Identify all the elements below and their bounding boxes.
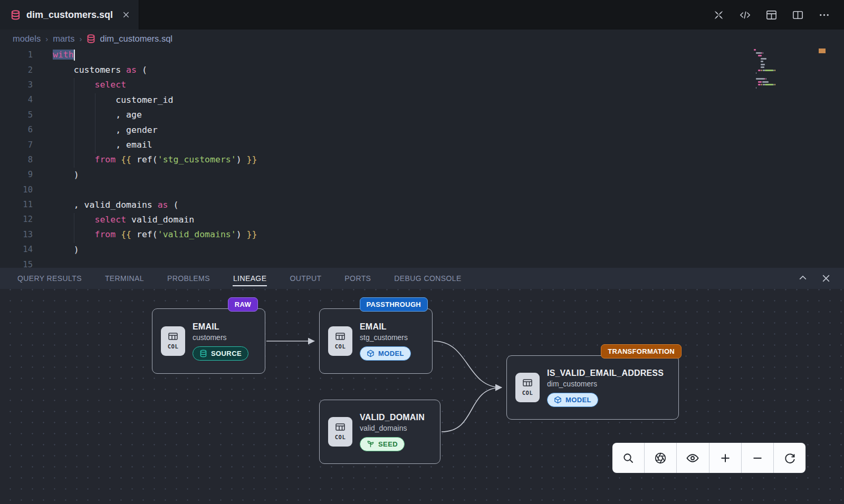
code-line[interactable]: with: [53, 50, 75, 61]
breadcrumb: models›marts›dim_customers.sql: [0, 30, 844, 47]
text-cursor: [74, 50, 75, 61]
line-number: 2: [0, 65, 33, 75]
editor-line[interactable]: 8 from {{ ref('stg_customers') }}: [0, 152, 844, 167]
line-number: 13: [0, 230, 33, 239]
shutter-icon[interactable]: [645, 443, 677, 473]
column-chip-label: COL: [168, 343, 178, 350]
editor-line[interactable]: 14 ): [0, 242, 844, 257]
panel-tab-output[interactable]: OUTPUT: [290, 274, 321, 283]
panel-tab-query-results[interactable]: QUERY RESULTS: [17, 274, 82, 283]
line-number: 15: [0, 260, 33, 268]
node-type-badge-seed: SEED: [360, 437, 405, 451]
lineage-node-valid_domains[interactable]: COLVALID_DOMAINvalid_domainsSEED: [319, 400, 440, 464]
node-type-badge-model: MODEL: [360, 346, 411, 361]
lineage-node-dim_customers[interactable]: COLIS_VALID_EMAIL_ADDRESSdim_customersMO…: [506, 355, 679, 420]
editor-line[interactable]: 15: [0, 257, 844, 268]
zoom-in-icon[interactable]: [709, 443, 742, 473]
badge-label: MODEL: [565, 396, 591, 404]
overview-ruler-marker: [819, 49, 826, 53]
editor-line[interactable]: 12 select valid_domain: [0, 212, 844, 227]
breadcrumb-item-marts[interactable]: marts: [53, 34, 74, 44]
editor-line[interactable]: 2 customers as (: [0, 62, 844, 77]
code-line[interactable]: from {{ ref('valid_domains') }}: [53, 229, 257, 239]
editor-line[interactable]: 4 customer_id: [0, 92, 844, 107]
tabbar-actions: [713, 0, 844, 30]
breadcrumb-label: dim_customers.sql: [100, 34, 172, 44]
node-type-badge-source: SOURCE: [193, 346, 248, 361]
code-line[interactable]: customer_id: [53, 95, 173, 105]
zoom-out-icon[interactable]: [742, 443, 774, 473]
column-chip: COL: [328, 417, 352, 447]
panel-tab-debug-console[interactable]: DEBUG CONSOLE: [394, 274, 461, 283]
editor-line[interactable]: 3 select: [0, 77, 844, 92]
minimap[interactable]: [754, 49, 811, 93]
editor-line[interactable]: 5 , age: [0, 108, 844, 122]
editor-line[interactable]: 6 , gender: [0, 122, 844, 137]
node-column-name: EMAIL: [193, 322, 219, 332]
lineage-canvas[interactable]: COLEMAILcustomersSOURCERAWCOLEMAILstg_cu…: [0, 289, 844, 504]
editor-line[interactable]: 10: [0, 182, 844, 197]
breadcrumb-item-models[interactable]: models: [13, 34, 41, 44]
code-icon[interactable]: [739, 9, 751, 21]
collapse-panel-icon[interactable]: [798, 273, 808, 284]
line-number: 6: [0, 125, 33, 134]
search-icon[interactable]: [612, 443, 645, 473]
code-editor[interactable]: 1with2 customers as (3 select4 customer_…: [0, 47, 844, 268]
code-line[interactable]: , age: [53, 110, 142, 120]
tab-title: dim_customers.sql: [26, 9, 113, 21]
editor-line[interactable]: 7 , email: [0, 137, 844, 152]
breadcrumb-item-dim_customers-sql[interactable]: dim_customers.sql: [87, 34, 172, 44]
editor-line[interactable]: 9 ): [0, 167, 844, 182]
code-line[interactable]: from {{ ref('stg_customers') }}: [53, 154, 257, 164]
line-number: 9: [0, 170, 33, 179]
lineage-node-stg_customers[interactable]: COLEMAILstg_customersMODELPASSTHROUGH: [319, 308, 433, 374]
badge-label: SEED: [378, 440, 398, 448]
more-actions-icon[interactable]: [818, 9, 830, 21]
model-icon: [367, 350, 375, 357]
query-results-icon[interactable]: [765, 9, 778, 21]
close-panel-icon[interactable]: [821, 273, 831, 284]
code-line[interactable]: ): [53, 245, 79, 255]
editor-line[interactable]: 13 from {{ ref('valid_domains') }}: [0, 227, 844, 242]
panel-tab-lineage[interactable]: LINEAGE: [233, 274, 267, 283]
line-number: 10: [0, 185, 33, 195]
split-editor-icon[interactable]: [792, 9, 804, 21]
eye-icon[interactable]: [677, 443, 709, 473]
lineage-tag-transformation: TRANSFORMATION: [601, 344, 682, 358]
node-model-name: dim_customers: [547, 380, 597, 388]
code-line[interactable]: , email: [53, 140, 152, 150]
refresh-icon[interactable]: [774, 443, 805, 473]
code-line[interactable]: , gender: [53, 125, 158, 135]
line-number: 12: [0, 215, 33, 224]
editor-lines: 1with2 customers as (3 select4 customer_…: [0, 47, 844, 268]
panel-tab-problems[interactable]: PROBLEMS: [167, 274, 210, 283]
lineage-tag-passthrough: PASSTHROUGH: [360, 297, 428, 312]
editor-tab-bar: dim_customers.sql: [0, 0, 844, 30]
source-icon: [199, 350, 207, 357]
code-line[interactable]: customers as (: [53, 65, 147, 75]
node-column-name: VALID_DOMAIN: [360, 413, 425, 422]
node-model-name: valid_domains: [360, 424, 407, 432]
breadcrumb-separator: ›: [79, 34, 82, 43]
dbt-logo-icon[interactable]: [713, 9, 725, 21]
panel-tab-bar: QUERY RESULTSTERMINALPROBLEMSLINEAGEOUTP…: [0, 268, 844, 289]
editor-line[interactable]: 11 , valid_domains as (: [0, 197, 844, 212]
lineage-zoom-toolbar: [612, 443, 805, 473]
tab-close-icon[interactable]: [122, 11, 130, 19]
seed-icon: [367, 440, 375, 448]
panel-tab-terminal[interactable]: TERMINAL: [105, 274, 144, 283]
badge-label: MODEL: [378, 350, 404, 357]
code-line[interactable]: ): [53, 170, 79, 180]
lineage-node-customers[interactable]: COLEMAILcustomersSOURCERAW: [152, 308, 265, 374]
editor-line[interactable]: 1with: [0, 47, 844, 62]
tab-dim-customers[interactable]: dim_customers.sql: [0, 0, 139, 30]
code-line[interactable]: , valid_domains as (: [53, 200, 178, 210]
table-icon: [168, 333, 178, 341]
node-column-name: IS_VALID_EMAIL_ADDRESS: [547, 369, 664, 378]
node-type-badge-model: MODEL: [547, 393, 598, 407]
indent-guide: [74, 213, 74, 243]
column-chip-label: COL: [335, 343, 346, 350]
code-line[interactable]: select: [53, 80, 126, 90]
node-model-name: customers: [193, 333, 227, 342]
panel-tab-ports[interactable]: PORTS: [344, 274, 371, 283]
